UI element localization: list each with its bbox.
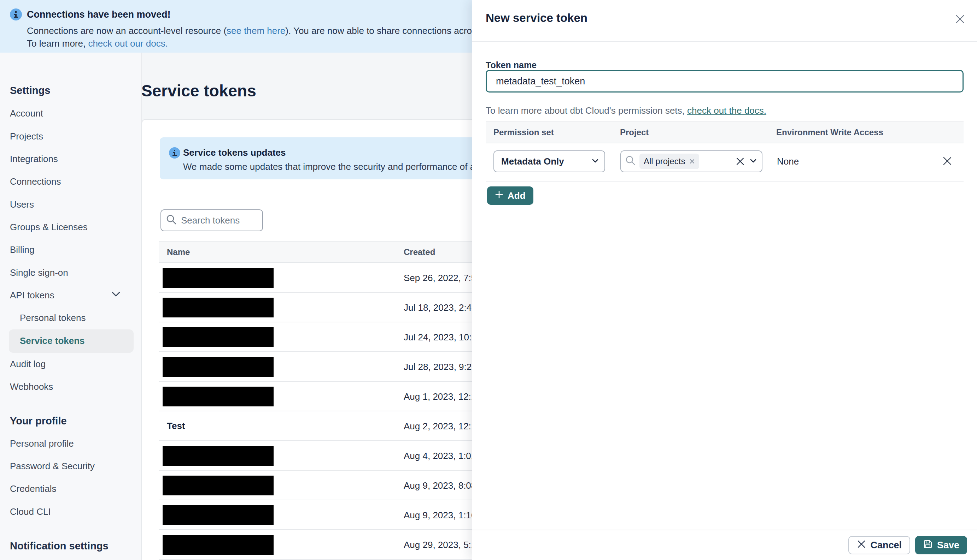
column-header-project: Project [620, 127, 649, 137]
cancel-button-label: Cancel [870, 540, 902, 551]
sidebar-item-single-sign-on[interactable]: Single sign-on [10, 267, 68, 278]
sidebar-item-users[interactable]: Users [10, 199, 34, 210]
close-icon[interactable] [953, 12, 967, 26]
redacted-token-name [162, 357, 274, 377]
search-tokens-input[interactable] [181, 215, 255, 226]
save-disk-icon [923, 539, 933, 552]
redacted-token-name [162, 505, 274, 525]
cancel-button[interactable]: Cancel [848, 536, 910, 554]
sidebar-item-account[interactable]: Account [10, 108, 43, 119]
save-button[interactable]: Save [915, 536, 967, 554]
banner-more-text: To learn more, [27, 38, 88, 49]
remove-row-icon[interactable] [941, 155, 954, 167]
new-service-token-drawer: New service token Token name To learn mo… [472, 0, 977, 560]
search-icon [166, 214, 177, 226]
permission-row: Metadata Only All projects No [486, 143, 964, 182]
search-tokens-box[interactable] [161, 209, 263, 231]
search-icon [625, 155, 636, 167]
column-header-created: Created [404, 247, 435, 257]
column-header-name: Name [167, 247, 190, 257]
save-button-label: Save [937, 540, 959, 551]
chevron-down-icon[interactable] [750, 158, 757, 165]
sidebar-item-projects[interactable]: Projects [10, 131, 43, 142]
redacted-token-name [162, 298, 274, 317]
close-icon [857, 540, 866, 551]
redacted-token-name [162, 535, 274, 555]
settings-sidebar: Settings Account Projects Integrations C… [0, 53, 142, 560]
redacted-token-name [162, 327, 274, 347]
sidebar-item-webhooks[interactable]: Webhooks [10, 381, 53, 392]
settings-heading: Settings [10, 85, 50, 97]
project-combobox[interactable]: All projects [621, 150, 763, 172]
your-profile-heading: Your profile [10, 415, 67, 427]
redacted-token-name [162, 476, 274, 495]
permission-set-value: Metadata Only [501, 156, 592, 167]
column-header-permission-set: Permission set [494, 127, 554, 137]
permission-helper-text: To learn more about dbt Cloud's permissi… [486, 105, 766, 116]
banner-title: Connections have been moved! [27, 9, 171, 20]
token-name-input[interactable] [486, 70, 964, 93]
chevron-down-icon [111, 291, 120, 298]
check-out-docs-link[interactable]: check out the docs. [687, 105, 766, 116]
sidebar-item-cloud-cli[interactable]: Cloud CLI [10, 506, 51, 517]
sidebar-item-personal-profile[interactable]: Personal profile [10, 438, 74, 449]
drawer-footer: Cancel Save [472, 530, 977, 560]
sidebar-item-audit-log[interactable]: Audit log [10, 359, 45, 370]
permissions-table-header: Permission set Project Environment Write… [486, 121, 964, 143]
banner-more: To learn more, check out our docs. [27, 38, 168, 49]
sidebar-item-api-tokens[interactable]: API tokens [10, 290, 54, 301]
sidebar-item-credentials[interactable]: Credentials [10, 483, 57, 494]
add-permission-button[interactable]: Add [487, 187, 534, 205]
drawer-title: New service token [486, 11, 587, 25]
sidebar-item-integrations[interactable]: Integrations [10, 153, 58, 165]
notification-settings-heading: Notification settings [10, 540, 109, 552]
chevron-down-icon [592, 158, 599, 165]
project-chip: All projects [639, 153, 699, 169]
helper-text: To learn more about dbt Cloud's permissi… [486, 105, 687, 116]
column-header-environment-write-access: Environment Write Access [776, 127, 883, 137]
see-them-here-link[interactable]: see them here [227, 25, 285, 36]
sidebar-item-password-security[interactable]: Password & Security [10, 461, 95, 472]
sidebar-item-groups-licenses[interactable]: Groups & Licenses [10, 222, 88, 233]
clear-selection-icon[interactable] [736, 157, 745, 166]
sidebar-item-service-tokens[interactable]: Service tokens [20, 335, 85, 347]
page-title: Service tokens [141, 81, 256, 100]
plus-icon [495, 190, 504, 201]
sidebar-item-connections[interactable]: Connections [10, 176, 61, 187]
token-name-label: Token name [486, 60, 537, 70]
permission-set-select[interactable]: Metadata Only [494, 150, 605, 172]
banner-body-text: Connections are now an account-level res… [27, 25, 227, 36]
divider [472, 41, 977, 42]
sidebar-item-personal-tokens[interactable]: Personal tokens [20, 312, 85, 323]
redacted-token-name [162, 387, 274, 407]
environment-write-access-value: None [777, 156, 799, 167]
project-chip-label: All projects [644, 157, 685, 166]
add-button-label: Add [508, 190, 525, 201]
info-icon [10, 8, 22, 20]
redacted-token-name [162, 268, 274, 288]
redacted-token-name [162, 446, 274, 466]
token-name: Test [167, 420, 185, 432]
sidebar-item-billing[interactable]: Billing [10, 244, 34, 255]
chip-remove-icon[interactable] [689, 158, 695, 164]
info-box-title: Service tokens updates [183, 147, 286, 158]
check-docs-link[interactable]: check out our docs. [88, 38, 167, 49]
info-icon [169, 147, 180, 158]
